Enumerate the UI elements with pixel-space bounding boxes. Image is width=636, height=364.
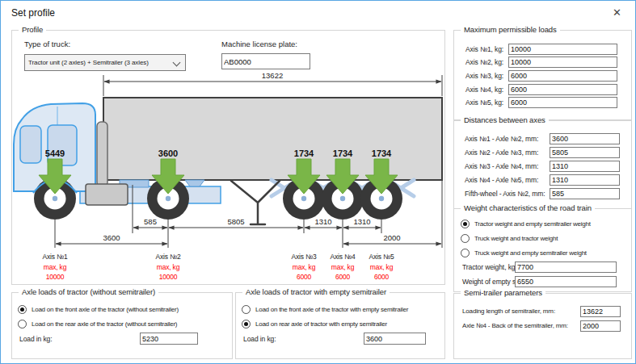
dialog-title: Set profile (11, 7, 55, 19)
group-axle-loads-without-semitrailer: Axle loads of tractor (without semitrail… (11, 292, 233, 359)
fifth-wheel-axis2-label: Fifth-wheel - Axis №2, mm: (465, 190, 545, 198)
fifth-wheel-axis2-input[interactable] (550, 188, 620, 199)
group-profile-title: Profile (19, 25, 46, 34)
group-semitrailer-parameters: Semi-trailer parameters Loading length o… (453, 293, 632, 359)
axis-3-label: Axis №3 (292, 253, 317, 261)
close-icon: ✕ (613, 6, 621, 19)
tractor-weight-input[interactable] (515, 261, 617, 273)
axle4-back-input[interactable] (580, 320, 621, 332)
group-title: Weight characteristics of the road train (461, 203, 595, 212)
axis-5-label: Axis №5 (369, 253, 394, 261)
title-bar: Set profile ✕ (1, 1, 635, 24)
radio-label: Load on the front axle of the tractor wi… (255, 306, 408, 313)
load-in-kg-label: Load in kg: (19, 335, 53, 343)
group-title: Semi-trailer parameters (461, 288, 545, 297)
axis-5-max-value: 6000 (374, 273, 389, 281)
close-button[interactable]: ✕ (599, 1, 635, 23)
dist-2-3-label: Axis №2 - Axle №3, mm: (465, 149, 538, 157)
dim-2000: 2000 (383, 233, 400, 242)
axis-1-max-value: 10000 (46, 273, 65, 281)
axis-4-kg-label: Axis №4, kg: (465, 86, 503, 94)
axis-3-max-label: max, kg (293, 263, 315, 271)
axis-5-max-label: max, kg (370, 263, 393, 271)
radio-truck-and-empty-semitrailer[interactable] (461, 249, 470, 257)
group-title: Axle loads of tractor (without semitrail… (19, 287, 158, 296)
radio-label: Truck weight and tractor weight (474, 235, 558, 242)
dim-total-length: 13622 (262, 71, 283, 80)
axis-3-kg-label: Axis №3, kg: (465, 72, 503, 80)
dim-585: 585 (144, 217, 157, 226)
axis-3-max-value: 6000 (297, 273, 311, 281)
dist-4-5-input[interactable] (550, 174, 620, 186)
group-title: Distances between axes (461, 115, 549, 124)
axis-2-label: Axis №2 (156, 253, 181, 261)
axis-1-label: Axis №1 (43, 253, 68, 261)
dist-3-4-input[interactable] (550, 161, 620, 172)
load-value-axis-5: 1734 (372, 149, 391, 158)
group-title: Axle loads of tractor with empty semitra… (242, 287, 390, 296)
radio-label: Tractor weight and empty semitrailer wei… (474, 220, 591, 228)
load-without-input[interactable] (140, 333, 198, 345)
axis-4-max-label: max, kg (331, 263, 354, 271)
axis-4-max-load-input[interactable] (508, 84, 617, 95)
radio-front-axle-with[interactable] (242, 305, 251, 314)
radio-label: Truck weight and empty semitrailer weigh… (474, 249, 587, 257)
axle4-back-label: Axle №4 - Back of the semitrailer, mm: (462, 322, 568, 329)
license-plate-label: Machine license plate: (221, 40, 297, 48)
dim-5805: 5805 (227, 217, 244, 226)
axis-4-label: Axis №4 (331, 253, 356, 261)
axis-4-max-value: 6000 (335, 273, 350, 281)
type-of-truck-select[interactable]: Tractor unit (2 axles) + Semitrailer (3 … (24, 54, 186, 71)
radio-label: Load on the front axle of the tractor (w… (32, 306, 179, 313)
tractor-weight-label: Tractor weight, kg: (462, 263, 517, 271)
radio-front-axle-without[interactable] (18, 305, 27, 314)
chevron-down-icon (173, 59, 181, 67)
license-plate-input[interactable] (221, 53, 310, 69)
dim-1310-a: 1310 (314, 217, 331, 226)
dist-3-4-label: Axis №3 - Axle №4, mm: (465, 162, 538, 170)
axis-2-max-label: max, kg (157, 263, 179, 271)
dist-1-2-input[interactable] (550, 133, 620, 144)
load-with-input[interactable] (364, 333, 426, 345)
type-of-truck-value: Tractor unit (2 axles) + Semitrailer (3 … (28, 59, 149, 66)
axis-5-kg-label: Axis №5, kg: (465, 98, 503, 107)
group-maximum-permissible-loads: Maximum permissible loads Axis №1, kg: A… (453, 30, 632, 120)
axis-2-max-value: 10000 (159, 273, 178, 281)
loading-length-input[interactable] (580, 306, 621, 317)
dim-1310-b: 1310 (353, 217, 370, 226)
radio-tractor-and-empty-semitrailer[interactable] (461, 220, 470, 228)
dist-1-2-label: Axis №1 - Axle №2, mm: (465, 135, 538, 143)
load-in-kg-label: Load in kg: (243, 335, 276, 343)
dist-2-3-input[interactable] (550, 147, 620, 158)
axis-2-kg-label: Axis №2, kg: (465, 58, 503, 66)
radio-rear-axle-with[interactable] (242, 320, 251, 328)
group-title: Maximum permissible loads (461, 25, 560, 34)
axis-3-max-load-input[interactable] (508, 70, 617, 82)
load-value-axis-2: 3600 (158, 149, 178, 158)
axis-5-max-load-input[interactable] (508, 97, 617, 108)
dist-4-5-label: Axis №4 - Axle №5, mm: (465, 176, 538, 184)
axis-1-max-load-input[interactable] (508, 44, 617, 55)
radio-label: Load on the rear axle of the tractor (wi… (32, 320, 177, 328)
group-weight-characteristics: Weight characteristics of the road train… (453, 208, 632, 292)
axis-1-max-label: max, kg (44, 263, 66, 271)
dim-3600: 3600 (103, 233, 120, 242)
loading-length-label: Loading length of semitrailer, mm: (462, 308, 555, 315)
group-axle-loads-with-empty-semitrailer: Axle loads of tractor with empty semitra… (235, 292, 445, 359)
load-value-axis-3: 1734 (294, 149, 314, 158)
load-value-axis-4: 1734 (333, 149, 352, 158)
empty-semitrailer-weight-input[interactable] (515, 276, 617, 287)
set-profile-dialog: Set profile ✕ Profile Type of truck: Tra… (0, 0, 636, 364)
group-distances-between-axes: Distances between axes Axis №1 - Axle №2… (453, 120, 632, 209)
axis-2-max-load-input[interactable] (508, 56, 617, 68)
radio-label: Load on rear axle of tractor with empty … (255, 320, 387, 328)
radio-rear-axle-without[interactable] (18, 320, 27, 328)
type-of-truck-label: Type of truck: (24, 40, 70, 48)
radio-truck-and-tractor[interactable] (461, 234, 470, 243)
load-value-axis-1: 5449 (45, 149, 65, 158)
axis-1-kg-label: Axis №1, kg: (465, 45, 503, 53)
